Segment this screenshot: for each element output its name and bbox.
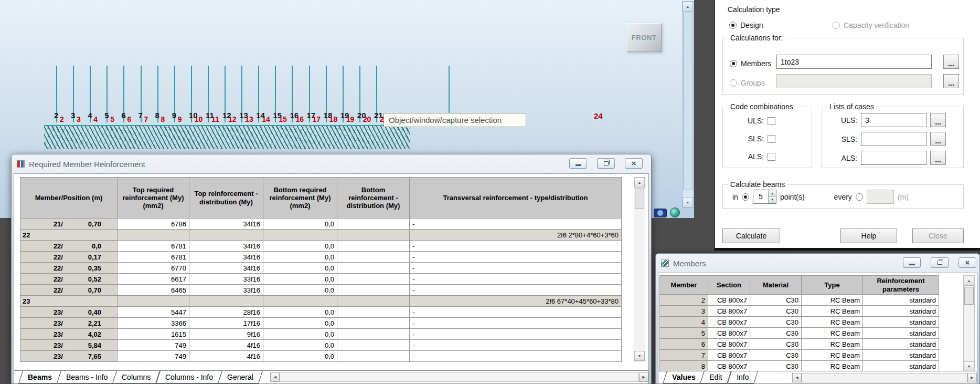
- table-cell[interactable]: C30: [750, 339, 802, 350]
- table-cell[interactable]: C30: [750, 306, 802, 317]
- view-display-icon[interactable]: [654, 209, 667, 217]
- table-cell[interactable]: 3: [660, 306, 708, 317]
- restore-icon[interactable]: [597, 158, 615, 169]
- table-row[interactable]: 6CB 800x7C30RC Beamstandard: [660, 339, 939, 350]
- table-cell[interactable]: [189, 230, 263, 241]
- uls-checkbox[interactable]: [768, 117, 775, 125]
- table-cell[interactable]: C30: [750, 295, 802, 306]
- table-cell[interactable]: -: [410, 351, 622, 362]
- table-cell[interactable]: CB 800x7: [708, 328, 750, 339]
- tab-columns[interactable]: Columns: [112, 371, 160, 383]
- table-cell[interactable]: [337, 296, 410, 307]
- minimize-icon[interactable]: [903, 257, 921, 268]
- table-cell[interactable]: 6786: [118, 219, 189, 230]
- table-row[interactable]: 23/4,0216159f160,0-: [20, 329, 622, 340]
- table-cell[interactable]: [189, 296, 263, 307]
- table-row[interactable]: 21/0,70678634f160,0-: [20, 219, 622, 230]
- table-cell[interactable]: standard: [863, 317, 939, 328]
- tab-beams-info[interactable]: Beams - Info: [57, 371, 117, 383]
- tab-scroll-left-icon[interactable]: ◀: [792, 373, 802, 382]
- table-cell[interactable]: [337, 340, 410, 351]
- table-cell[interactable]: standard: [863, 306, 939, 317]
- member-position-cell[interactable]: 23/5,84: [20, 340, 118, 351]
- member-position-cell[interactable]: 23/0,40: [20, 307, 118, 318]
- table-cell[interactable]: [263, 296, 337, 307]
- member-position-cell[interactable]: 22/0,52: [20, 274, 118, 285]
- table-cell[interactable]: standard: [863, 339, 939, 350]
- scroll-down-icon[interactable]: ▼: [964, 361, 974, 371]
- tab-general[interactable]: General: [218, 371, 263, 383]
- table-cell[interactable]: RC Beam: [802, 306, 863, 317]
- members-browse-button[interactable]: ...: [943, 55, 959, 69]
- member-position-cell[interactable]: 23/2,21: [20, 318, 118, 329]
- restore-icon[interactable]: [931, 257, 949, 268]
- table-cell[interactable]: RC Beam: [802, 328, 863, 339]
- reinforcement-table[interactable]: Member/Position (m) Top required reinfor…: [20, 177, 622, 362]
- table-cell[interactable]: -: [410, 307, 622, 318]
- scrollbar-thumb[interactable]: [683, 13, 693, 190]
- member-position-cell[interactable]: 22/0,70: [20, 285, 118, 296]
- table-cell[interactable]: 17f16: [189, 318, 263, 329]
- tab-info[interactable]: Info: [727, 371, 758, 383]
- table-cell[interactable]: 0,0: [263, 263, 337, 274]
- minimize-icon[interactable]: [569, 158, 587, 169]
- table-cell[interactable]: [337, 307, 410, 318]
- tab-scroll-left-icon[interactable]: ◀: [270, 372, 280, 382]
- table-cell[interactable]: 6781: [118, 241, 189, 252]
- table-cell[interactable]: 0,0: [263, 351, 337, 362]
- table-cell[interactable]: 2: [660, 295, 708, 306]
- table-cell[interactable]: 4: [660, 317, 708, 328]
- design-option[interactable]: Design: [729, 21, 763, 29]
- table-row[interactable]: 2CB 800x7C30RC Beamstandard: [660, 295, 939, 306]
- scrollbar-thumb[interactable]: [635, 189, 644, 209]
- table-row[interactable]: 22/0,52661733f160,0-: [20, 274, 622, 285]
- table-cell[interactable]: 33f16: [189, 285, 263, 296]
- table-cell[interactable]: RC Beam: [802, 317, 863, 328]
- member-position-cell[interactable]: 22/0,17: [20, 252, 118, 263]
- table-cell[interactable]: CB 800x7: [708, 306, 750, 317]
- table-cell[interactable]: 0,0: [263, 219, 337, 230]
- table-cell[interactable]: [337, 219, 410, 230]
- table-cell[interactable]: [337, 329, 410, 340]
- in-points-radio[interactable]: [742, 193, 749, 201]
- table-cell[interactable]: CB 800x7: [708, 361, 750, 372]
- tab-values[interactable]: Values: [663, 371, 705, 383]
- table-cell[interactable]: 34f16: [189, 252, 263, 263]
- table-cell[interactable]: -: [410, 340, 622, 351]
- table-row[interactable]: 22/0,35677034f160,0-: [20, 263, 622, 274]
- scrollbar-thumb[interactable]: [964, 287, 974, 305]
- table-cell[interactable]: [337, 274, 410, 285]
- table-cell[interactable]: C30: [750, 328, 802, 339]
- table-cell[interactable]: 749: [118, 340, 189, 351]
- table-cell[interactable]: [337, 285, 410, 296]
- sls-cases-browse-button[interactable]: ...: [930, 132, 946, 146]
- points-spinner[interactable]: 5 ▲ ▼: [753, 190, 776, 204]
- table-cell[interactable]: 5447: [118, 307, 189, 318]
- calculate-button[interactable]: Calculate: [722, 229, 780, 243]
- table-cell[interactable]: 0,0: [263, 307, 337, 318]
- table-cell[interactable]: [337, 241, 410, 252]
- table-cell[interactable]: 3366: [118, 318, 189, 329]
- table-cell[interactable]: -: [410, 263, 622, 274]
- table-cell[interactable]: CB 800x7: [708, 350, 750, 361]
- table-cell[interactable]: 34f16: [189, 263, 263, 274]
- table-row[interactable]: 8CB 800x7C30RC Beamstandard: [660, 361, 939, 372]
- table-cell[interactable]: -: [410, 252, 622, 263]
- view-globe-icon[interactable]: [670, 207, 680, 217]
- table-cell[interactable]: 34f16: [189, 219, 263, 230]
- table-cell[interactable]: [337, 252, 410, 263]
- table-cell[interactable]: -: [410, 329, 622, 340]
- table-cell[interactable]: RC Beam: [802, 350, 863, 361]
- group-row[interactable]: 232f6 67*40+45*60+33*80: [20, 296, 622, 307]
- table-cell[interactable]: standard: [863, 328, 939, 339]
- table-cell[interactable]: -: [410, 219, 622, 230]
- table-cell[interactable]: 6781: [118, 252, 189, 263]
- groups-option[interactable]: Groups: [730, 79, 765, 87]
- table-row[interactable]: 3CB 800x7C30RC Beamstandard: [660, 306, 939, 317]
- every-radio[interactable]: [856, 193, 863, 201]
- table-row[interactable]: 23/5,847494f160,0-: [20, 340, 622, 351]
- viewport-vertical-scrollbar[interactable]: ▲ ▼: [682, 1, 694, 208]
- tab-scroll-right-icon[interactable]: ▶: [967, 373, 977, 382]
- table-cell[interactable]: [118, 296, 189, 307]
- table-cell[interactable]: 2f6 2*80+4*60+3*60: [410, 230, 622, 241]
